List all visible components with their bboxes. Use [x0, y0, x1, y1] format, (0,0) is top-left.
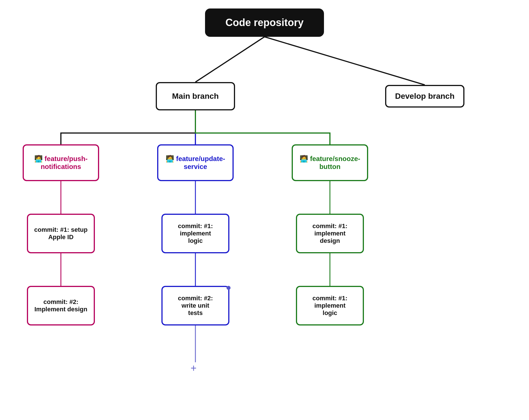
- dot-indicator: [227, 286, 231, 290]
- commit-push-1-node: commit: #1: setup Apple ID: [27, 214, 95, 253]
- commit-update-1-node: commit: #1:implementlogic: [161, 214, 229, 253]
- feature-push-label: 🧑‍💻 feature/push-notifications: [34, 155, 88, 171]
- svg-line-0: [195, 37, 264, 82]
- commit-push-2-node: commit: #2: Implement design: [27, 286, 95, 325]
- feature-update-label: 🧑‍💻 feature/update-service: [166, 155, 225, 171]
- svg-line-1: [264, 37, 425, 85]
- develop-branch-node: Develop branch: [385, 85, 464, 108]
- diagram-container: Code repository Main branch Develop bran…: [0, 0, 529, 420]
- feature-push-notifications-node: 🧑‍💻 feature/push-notifications: [23, 144, 99, 181]
- feature-snooze-label: 🧑‍💻 feature/snooze-button: [300, 155, 360, 171]
- feature-update-service-node: 🧑‍💻 feature/update-service: [157, 144, 234, 181]
- main-branch-node: Main branch: [156, 82, 235, 110]
- commit-update-2-node: commit: #2:write unittests: [161, 286, 229, 325]
- commit-snooze-1-node: commit: #1:implementdesign: [296, 214, 364, 253]
- connector-layer: [0, 0, 529, 420]
- commit-snooze-2-node: commit: #1:implementlogic: [296, 286, 364, 325]
- feature-snooze-button-node: 🧑‍💻 feature/snooze-button: [292, 144, 368, 181]
- code-repository-node: Code repository: [205, 8, 324, 37]
- plus-add-commit[interactable]: +: [191, 362, 197, 374]
